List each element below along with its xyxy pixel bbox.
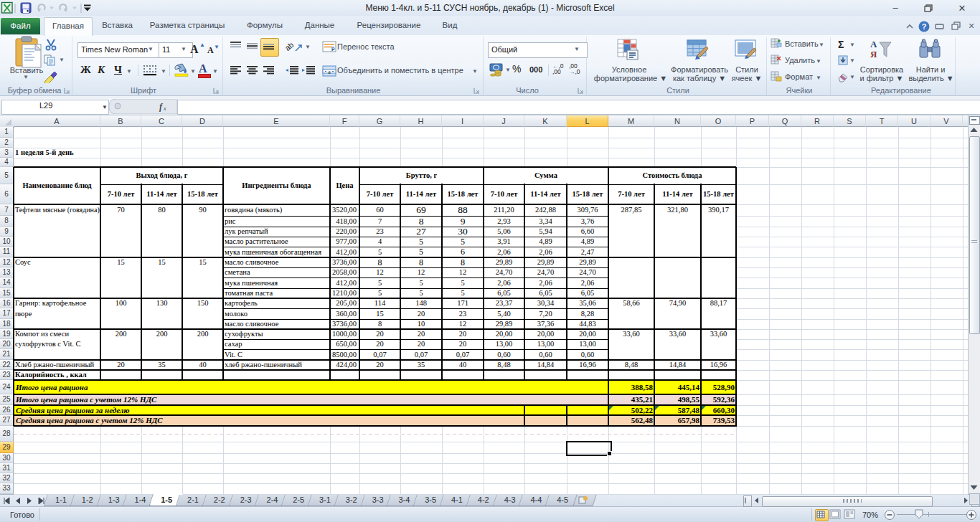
- svg-text:А: А: [870, 39, 877, 49]
- svg-text:?: ?: [922, 22, 927, 31]
- svg-text:ab: ab: [286, 40, 296, 52]
- svg-text:a: a: [328, 69, 331, 75]
- svg-text:Я: Я: [870, 49, 877, 60]
- svg-text:x: x: [163, 105, 166, 112]
